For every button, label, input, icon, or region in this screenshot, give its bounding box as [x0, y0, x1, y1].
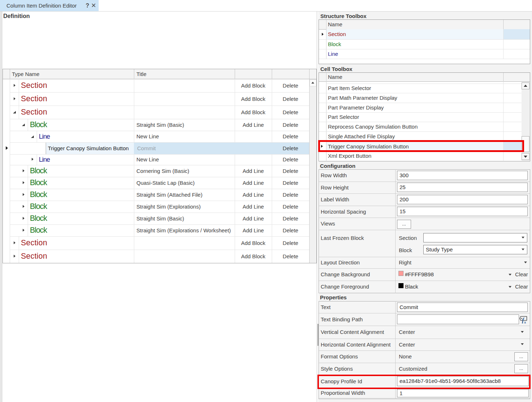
- svg-text:x: x: [524, 320, 526, 324]
